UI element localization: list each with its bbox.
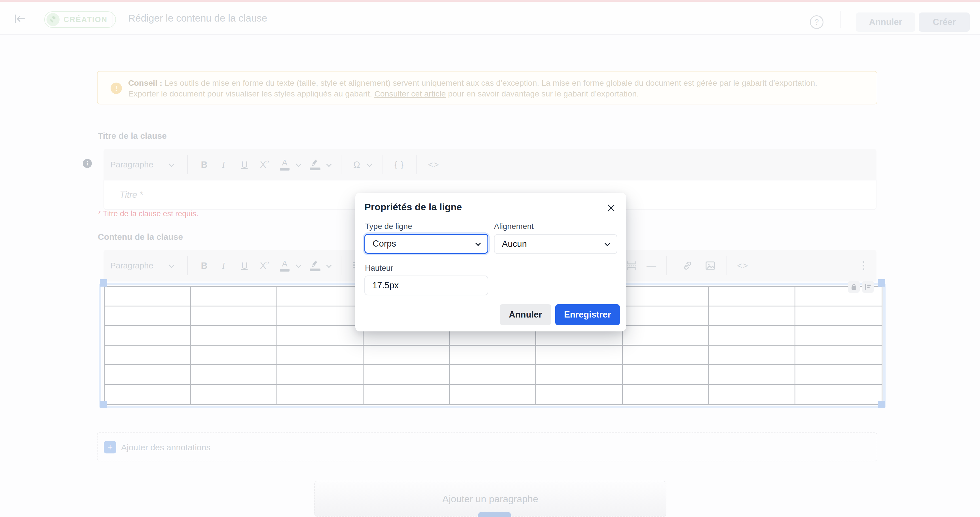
italic-button[interactable]: I <box>222 160 225 170</box>
table-cell[interactable] <box>450 385 536 404</box>
article-link[interactable]: Consulter cet article <box>374 89 446 98</box>
more-options-button[interactable] <box>862 261 864 270</box>
highlight-button[interactable] <box>310 260 320 271</box>
table-cell[interactable] <box>191 385 277 404</box>
table-resize-handle-bottom-right[interactable] <box>878 401 885 408</box>
link-button[interactable] <box>683 261 692 270</box>
superscript-button[interactable]: X2 <box>260 260 269 271</box>
table-cell[interactable] <box>536 346 622 365</box>
table-cell[interactable] <box>536 385 622 404</box>
bold-button[interactable]: B <box>201 260 207 271</box>
chevron-down-icon[interactable] <box>367 161 372 167</box>
row-type-select[interactable]: Corps <box>364 234 488 254</box>
table-cell[interactable] <box>105 287 191 306</box>
table-cell[interactable] <box>105 326 191 346</box>
table-cell[interactable] <box>623 326 709 346</box>
table-cell[interactable] <box>105 385 191 404</box>
underline-button[interactable]: U <box>241 260 248 271</box>
table-cell[interactable] <box>536 365 622 385</box>
special-char-button[interactable]: Ω <box>353 160 360 170</box>
table-cell[interactable] <box>450 346 536 365</box>
table-cell[interactable] <box>191 306 277 326</box>
help-button[interactable]: ? <box>810 15 824 29</box>
table-resize-handle-top-right[interactable] <box>878 279 885 287</box>
table-cell[interactable] <box>795 326 881 346</box>
warning-icon: ! <box>111 83 122 94</box>
table-cell[interactable] <box>623 306 709 326</box>
table-cell[interactable] <box>277 346 364 365</box>
source-code-button[interactable]: <> <box>428 160 439 169</box>
page-break-button[interactable] <box>627 261 636 270</box>
table-cell[interactable] <box>795 306 881 326</box>
table-resize-handle-bottom-left[interactable] <box>100 401 107 408</box>
font-color-button[interactable]: A <box>280 260 290 271</box>
table-cell[interactable] <box>277 306 364 326</box>
table-lock-button[interactable] <box>848 281 860 293</box>
chevron-down-icon[interactable] <box>296 262 301 268</box>
table-cell[interactable] <box>623 287 709 306</box>
font-color-bar <box>280 168 290 171</box>
add-annotations-area[interactable]: + Ajouter des annotations <box>97 432 877 461</box>
table-cell[interactable] <box>795 385 881 404</box>
create-button[interactable]: Créer <box>919 13 970 32</box>
add-paragraph-button[interactable]: Ajouter un paragraphe <box>314 481 667 517</box>
table-cell[interactable] <box>364 365 450 385</box>
highlight-button[interactable] <box>310 159 320 170</box>
bottom-action-pill[interactable] <box>478 512 511 517</box>
table-cell[interactable] <box>709 326 795 346</box>
table-cell[interactable] <box>709 365 795 385</box>
table-cell[interactable] <box>709 287 795 306</box>
image-button[interactable] <box>705 261 715 270</box>
chevron-down-icon[interactable] <box>326 161 332 167</box>
height-input[interactable] <box>364 276 488 295</box>
table-cell[interactable] <box>105 306 191 326</box>
toolbar-divider <box>187 256 188 275</box>
font-color-letter: A <box>282 259 287 268</box>
table-cell[interactable] <box>277 287 364 306</box>
table-cell[interactable] <box>277 365 364 385</box>
table-cell[interactable] <box>191 365 277 385</box>
table-cell[interactable] <box>709 346 795 365</box>
table-properties-button[interactable] <box>862 281 874 293</box>
paragraph-style-select[interactable]: Paragraphe <box>110 160 153 169</box>
table-cell[interactable] <box>623 385 709 404</box>
toolbar-divider <box>667 256 667 275</box>
row-type-label: Type de ligne <box>365 222 412 231</box>
variable-button[interactable]: { } <box>395 160 404 169</box>
table-cell[interactable] <box>277 326 364 346</box>
table-cell[interactable] <box>709 306 795 326</box>
table-cell[interactable] <box>450 365 536 385</box>
cancel-button[interactable]: Annuler <box>856 13 915 32</box>
table-cell[interactable] <box>191 326 277 346</box>
paragraph-style-select[interactable]: Paragraphe <box>110 261 153 270</box>
bold-button[interactable]: B <box>201 160 207 170</box>
collapse-sidebar-button[interactable] <box>13 11 27 26</box>
superscript-button[interactable]: X2 <box>260 160 269 170</box>
table-cell[interactable] <box>795 365 881 385</box>
chevron-down-icon[interactable] <box>326 262 332 268</box>
table-cell[interactable] <box>795 346 881 365</box>
table-cell[interactable] <box>709 385 795 404</box>
source-code-button[interactable]: <> <box>737 261 749 270</box>
underline-button[interactable]: U <box>241 160 248 170</box>
table-cell[interactable] <box>364 346 450 365</box>
table-cell[interactable] <box>105 346 191 365</box>
horizontal-rule-button[interactable]: — <box>646 260 656 271</box>
table-cell[interactable] <box>191 346 277 365</box>
table-resize-handle-top-left[interactable] <box>100 279 107 287</box>
alignment-select[interactable]: Aucun <box>494 234 617 254</box>
table-cell[interactable] <box>277 385 364 404</box>
modal-cancel-button[interactable]: Annuler <box>500 304 551 325</box>
modal-save-button[interactable]: Enregistrer <box>555 304 620 325</box>
chevron-down-icon[interactable] <box>296 161 301 167</box>
close-button[interactable] <box>605 202 617 214</box>
italic-button[interactable]: I <box>222 260 225 271</box>
font-color-button[interactable]: A <box>280 159 290 171</box>
table-cell[interactable] <box>105 365 191 385</box>
table-cell[interactable] <box>623 346 709 365</box>
table-cell[interactable] <box>364 385 450 404</box>
chevron-down-icon[interactable] <box>169 262 174 268</box>
chevron-down-icon[interactable] <box>169 161 174 167</box>
table-cell[interactable] <box>623 365 709 385</box>
table-cell[interactable] <box>191 287 277 306</box>
